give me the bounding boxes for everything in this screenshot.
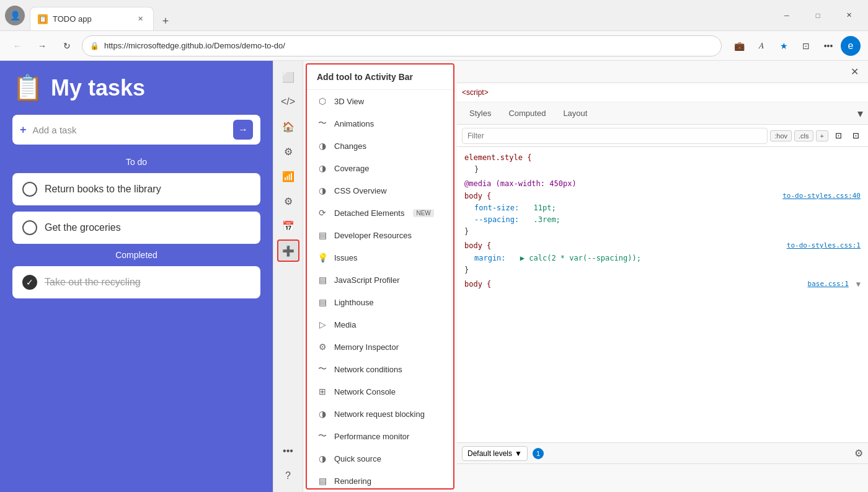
tool-name: Coverage	[334, 164, 369, 173]
todo-section-label: To do	[12, 157, 260, 167]
console-icon[interactable]: 🏠	[277, 115, 299, 138]
code-val: ▶ calc(2 * var(--spacing));	[520, 253, 641, 264]
console-error-badge: 1	[533, 448, 544, 459]
add-tool-title: Add tool to Activity Bar	[307, 65, 453, 90]
tool-item[interactable]: 〜 Network conditions	[307, 358, 453, 380]
tool-item[interactable]: ◑ CSS Overview	[307, 179, 453, 202]
tab-layout[interactable]: Layout	[556, 105, 595, 122]
filter-input[interactable]	[462, 128, 768, 144]
add-task-plus-icon: +	[20, 123, 27, 136]
task-checkbox[interactable]	[22, 220, 37, 235]
screenshot-icon[interactable]: ⊡	[796, 36, 816, 56]
tab-styles[interactable]: Styles	[462, 105, 498, 122]
read-aloud-icon[interactable]: 𝐴	[751, 36, 771, 56]
add-task-box[interactable]: + Add a task →	[12, 115, 260, 145]
window-controls: ─ □ ✕	[773, 6, 863, 25]
tool-item[interactable]: ⟳ Detached Elements NEW	[307, 202, 453, 224]
forward-button[interactable]: →	[32, 36, 52, 56]
tool-item[interactable]: ▷ Media	[307, 313, 453, 336]
tool-name: Network request blocking	[334, 409, 425, 419]
close-button[interactable]: ✕	[835, 6, 863, 25]
code-line: font-size: 11pt;	[474, 202, 861, 214]
address-bar: ← → ↻ 🔒 https://microsoftedge.github.io/…	[0, 31, 868, 61]
tool-item[interactable]: 💡 Issues	[307, 246, 453, 269]
hov-button[interactable]: :hov	[770, 130, 792, 141]
more-options-icon[interactable]: •••	[277, 440, 299, 462]
tool-icon: ◑	[317, 408, 328, 419]
tool-icon: ⬡	[317, 96, 328, 107]
active-tab[interactable]: 📋 TODO app ✕	[30, 7, 154, 30]
wallet-icon[interactable]: 💼	[729, 36, 749, 56]
tool-icon: ▷	[317, 319, 328, 330]
tool-icon: ▤	[317, 230, 328, 241]
chevron-down-icon[interactable]: ▾	[857, 107, 863, 120]
devtools-header: ✕	[457, 61, 868, 83]
code-prop: --spacing:	[474, 214, 519, 226]
tool-icon: ⟳	[317, 207, 328, 218]
network-icon[interactable]: 📶	[277, 165, 299, 187]
help-icon[interactable]: ?	[277, 465, 299, 487]
add-task-submit-button[interactable]: →	[233, 120, 253, 140]
code-link[interactable]: to-do-styles.css:40	[782, 190, 861, 202]
tool-item[interactable]: 〜 Performance monitor	[307, 425, 453, 447]
style-copy-icon[interactable]: ⊡	[831, 128, 846, 143]
add-style-button[interactable]: +	[816, 130, 828, 141]
task-item[interactable]: Get the groceries	[12, 212, 260, 244]
code-selector: body {	[464, 240, 491, 252]
style-edit-icon[interactable]: ⊡	[848, 128, 863, 143]
performance-icon[interactable]: ⚙	[277, 190, 299, 212]
code-selector: body {	[464, 190, 491, 202]
add-tool-icon[interactable]: ➕	[277, 239, 299, 262]
code-link[interactable]: to-do-styles.css:1	[787, 240, 861, 252]
code-selector: body {	[464, 279, 491, 290]
more-tools-icon[interactable]: •••	[818, 36, 838, 56]
task-checkbox[interactable]	[22, 182, 37, 197]
minimize-button[interactable]: ─	[773, 6, 801, 25]
device-emulation-icon[interactable]: ⬜	[277, 66, 299, 88]
tool-item[interactable]: ⚙ Memory Inspector	[307, 336, 453, 358]
memory-icon[interactable]: 📅	[277, 215, 299, 237]
task-checkbox-checked[interactable]: ✓	[22, 275, 37, 290]
maximize-button[interactable]: □	[804, 6, 832, 25]
add-task-input[interactable]: Add a task	[33, 125, 227, 135]
tab-close-button[interactable]: ✕	[135, 14, 146, 25]
code-val: .3rem;	[533, 214, 560, 226]
devtools-close-button[interactable]: ✕	[846, 63, 863, 81]
profile-avatar[interactable]: 👤	[5, 6, 25, 25]
completed-task-item[interactable]: ✓ Take out the recycling	[12, 266, 260, 298]
task-item[interactable]: Return books to the library	[12, 173, 260, 205]
devtools-right-panel: ✕ <script> Styles Computed Layout ▾ :hov	[457, 61, 868, 492]
tool-name: Issues	[334, 253, 358, 262]
code-link[interactable]: base.css:1	[808, 279, 849, 290]
tool-icon: ▤	[317, 297, 328, 308]
refresh-button[interactable]: ↻	[57, 36, 77, 56]
tool-item[interactable]: ▤ JavaScript Profiler	[307, 269, 453, 291]
favorites-icon[interactable]: ★	[774, 36, 794, 56]
address-box[interactable]: 🔒 https://microsoftedge.github.io/Demos/…	[82, 35, 722, 56]
tab-favicon: 📋	[38, 14, 48, 24]
sources-icon[interactable]: ⚙	[277, 140, 299, 163]
tool-name: Lighthouse	[334, 298, 374, 307]
default-levels-button[interactable]: Default levels ▼	[462, 446, 528, 461]
tool-item[interactable]: ◑ Quick source	[307, 447, 453, 470]
tool-item[interactable]: ◑ Changes	[307, 135, 453, 157]
tool-item[interactable]: ⬡ 3D View	[307, 90, 453, 112]
tool-item[interactable]: ◑ Coverage	[307, 157, 453, 179]
tab-computed[interactable]: Computed	[501, 105, 553, 122]
new-tab-button[interactable]: +	[156, 12, 175, 30]
tool-icon: ▤	[317, 274, 328, 285]
tool-item[interactable]: ▤ Rendering	[307, 470, 453, 490]
edge-icon[interactable]: e	[841, 36, 861, 56]
tool-item[interactable]: ▤ Lighthouse	[307, 291, 453, 313]
tab-bar: 📋 TODO app ✕ +	[30, 0, 773, 30]
tool-item[interactable]: ⊞ Network Console	[307, 380, 453, 403]
cls-button[interactable]: .cls	[794, 130, 813, 141]
browser-window: 👤 📋 TODO app ✕ + ─ □ ✕ ← → ↻ 🔒 https://m…	[0, 0, 868, 492]
tool-item[interactable]: 〜 Animations	[307, 112, 453, 135]
tool-name: Detached Elements	[334, 208, 404, 218]
console-settings-icon[interactable]: ⚙	[854, 447, 863, 459]
back-button[interactable]: ←	[7, 36, 27, 56]
tool-item[interactable]: ▤ Developer Resources	[307, 224, 453, 246]
elements-icon[interactable]: </>	[277, 91, 299, 113]
tool-item[interactable]: ◑ Network request blocking	[307, 403, 453, 425]
